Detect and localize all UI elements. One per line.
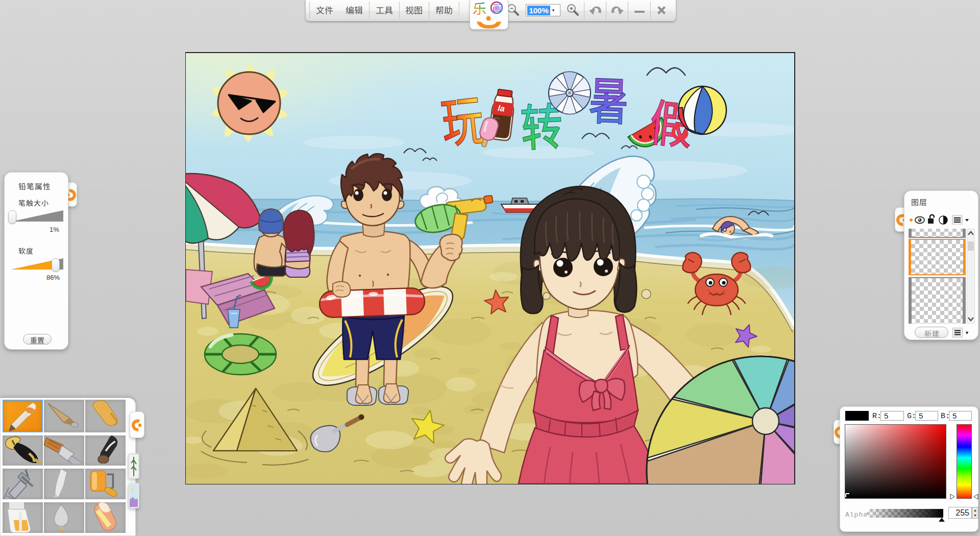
svg-text:la: la — [497, 104, 505, 113]
